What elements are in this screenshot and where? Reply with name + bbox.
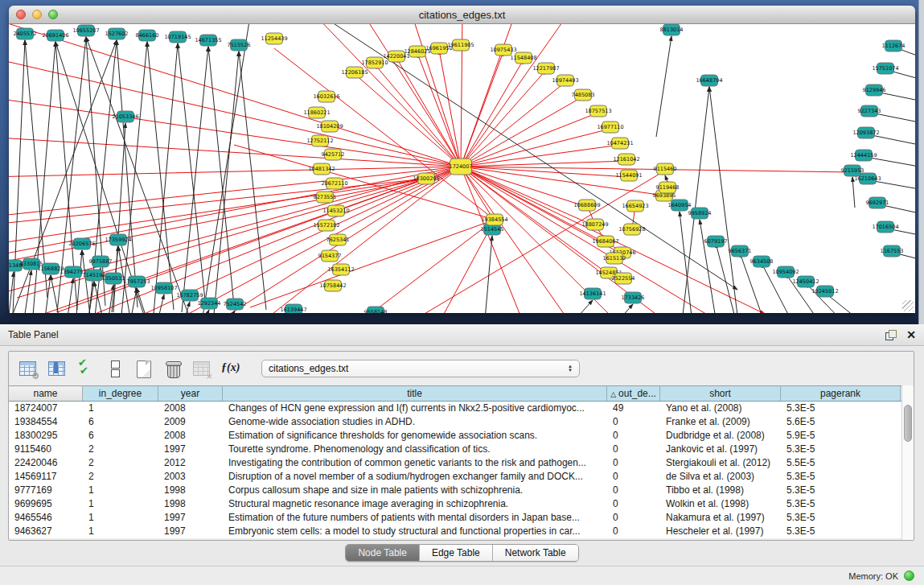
graph-edge[interactable] (355, 74, 461, 167)
graph-node-label: 1733426 (622, 295, 645, 301)
graph-edge[interactable] (461, 167, 572, 313)
graph-edge[interactable] (204, 310, 209, 313)
table-cell: 49 (607, 402, 660, 415)
graph-edge[interactable] (616, 304, 633, 313)
graph-edge[interactable] (131, 288, 137, 313)
select-columns-icon[interactable] (47, 359, 67, 378)
graph-node-label: 16654923 (622, 203, 648, 209)
network-canvas[interactable]: 2405572206914061065528715276028466160107… (9, 24, 915, 313)
graph-edge[interactable] (9, 167, 461, 177)
table-row[interactable]: 1872400712008Changes of HCN gene express… (9, 402, 914, 415)
table-row[interactable]: 946362711997Embryonic stem cells: a mode… (9, 525, 914, 538)
graph-node-label: 19611905 (447, 42, 474, 48)
graph-edge[interactable] (178, 43, 206, 307)
table-row[interactable]: 1938455462009Genome-wide association stu… (9, 415, 914, 429)
table-cell: 1 (83, 484, 158, 497)
graph-node-label: 1514545 (481, 226, 504, 233)
table-row[interactable]: 1456911722003Disruption of a novel membe… (9, 470, 914, 484)
table-cell: 5.3E-5 (781, 497, 901, 511)
graph-edge[interactable] (461, 70, 546, 167)
graph-edge[interactable] (411, 171, 665, 313)
table-row[interactable]: 969969511998Structural magnetic resonanc… (9, 497, 914, 511)
graph-edge[interactable] (572, 300, 593, 313)
resize-grip-icon[interactable] (902, 300, 914, 311)
float-panel-icon[interactable] (885, 330, 897, 340)
table-row[interactable]: 977716911998Corpus callosum shape and si… (9, 484, 914, 497)
table-cell: 6 (83, 415, 158, 429)
rows-icon[interactable] (105, 359, 125, 378)
graph-edge[interactable] (461, 97, 583, 167)
graph-edge[interactable] (461, 145, 620, 167)
graph-edge[interactable] (656, 36, 671, 137)
graph-edge[interactable] (158, 295, 164, 313)
graph-edge[interactable] (25, 270, 31, 313)
graph-edge[interactable] (137, 288, 146, 313)
table-row[interactable]: 1830029562008Estimation of significance … (9, 429, 914, 443)
network-view-window[interactable]: citations_edges.txt 24055722069140610655… (9, 6, 915, 313)
graph-edge[interactable] (396, 58, 461, 167)
graph-node-label: 1724007 (450, 163, 473, 170)
graph-edge[interactable] (9, 167, 461, 298)
graph-edge[interactable] (182, 47, 208, 312)
graph-node-label: 1527602 (105, 31, 129, 37)
new-column-icon[interactable] (134, 359, 154, 378)
graph-edge[interactable] (709, 87, 737, 313)
table-row[interactable]: 2242004622012Investigating the contribut… (9, 456, 914, 470)
table-cell: 2 (83, 456, 158, 470)
table-mode-icon[interactable] (18, 359, 38, 378)
graph-node-label: 21053346 (112, 113, 138, 120)
table-body: 1872400712008Changes of HCN gene express… (9, 402, 914, 538)
column-header-pagerank[interactable]: pagerank (781, 386, 901, 401)
citation-network-graph[interactable]: 2405572206914061065528715276028466160107… (9, 24, 915, 313)
graph-edge[interactable] (371, 220, 495, 313)
select-all-icon[interactable] (76, 359, 96, 378)
column-header-in_degree[interactable]: in_degree (83, 386, 158, 401)
graph-edge[interactable] (417, 53, 461, 167)
delete-table-icon[interactable] (192, 359, 211, 378)
table-cell: Dudbridge et al. (2008) (660, 429, 781, 443)
graph-edge[interactable] (239, 51, 266, 310)
graph-node-label: 12752112 (306, 138, 333, 144)
graph-edge[interactable] (9, 179, 426, 225)
table-cell: 1 (83, 511, 158, 525)
table-panel-title: Table Panel (8, 329, 59, 340)
graph-edge[interactable] (375, 64, 461, 167)
delete-icon[interactable] (163, 359, 183, 378)
table-panel-titlebar: Table Panel ✕ (0, 324, 924, 346)
minimize-window-button[interactable] (32, 10, 42, 19)
graph-node-label: 19384554 (481, 216, 507, 223)
column-header-out_de[interactable]: △out_de... (607, 386, 660, 401)
tab-edge-table[interactable]: Edge Table (420, 545, 493, 561)
column-header-name[interactable]: name (9, 386, 83, 401)
window-titlebar[interactable]: citations_edges.txt (9, 6, 915, 24)
graph-node-label: 10245012 (811, 288, 838, 295)
tab-network-table[interactable]: Network Table (493, 545, 578, 561)
graph-edge[interactable] (9, 137, 461, 167)
table-row[interactable]: 911546021997Tourette syndrome. Phenomeno… (9, 443, 914, 456)
graph-edge[interactable] (121, 42, 147, 313)
function-builder-icon[interactable] (221, 359, 240, 378)
graph-edge[interactable] (109, 285, 113, 313)
graph-edge[interactable] (665, 175, 667, 182)
table-row[interactable]: 946554611997Estimation of the future num… (9, 511, 914, 525)
graph-edge[interactable] (214, 51, 239, 313)
table-cell: 14569117 (9, 470, 83, 484)
scrollbar-thumb[interactable] (904, 405, 912, 442)
table-cell: 1 (83, 497, 158, 511)
column-header-year[interactable]: year (158, 386, 223, 401)
graph-node-label: 15751074 (872, 65, 898, 72)
graph-node-label: 9227343 (858, 108, 881, 114)
table-cell: Structural magnetic resonance image aver… (223, 497, 607, 511)
graph-edge[interactable] (147, 42, 174, 310)
graph-edge[interactable] (202, 24, 250, 313)
close-panel-icon[interactable]: ✕ (906, 329, 916, 340)
zoom-window-button[interactable] (48, 10, 58, 19)
column-header-short[interactable]: short (660, 386, 781, 401)
column-header-title[interactable]: title (223, 386, 607, 401)
graph-node-label: 11860221 (303, 109, 330, 116)
graph-edge[interactable] (680, 212, 692, 313)
close-window-button[interactable] (16, 10, 26, 19)
table-vertical-scrollbar[interactable] (901, 385, 914, 540)
table-selector-dropdown[interactable]: citations_edges.txt ▲▼ (261, 360, 580, 377)
tab-node-table[interactable]: Node Table (346, 545, 420, 561)
